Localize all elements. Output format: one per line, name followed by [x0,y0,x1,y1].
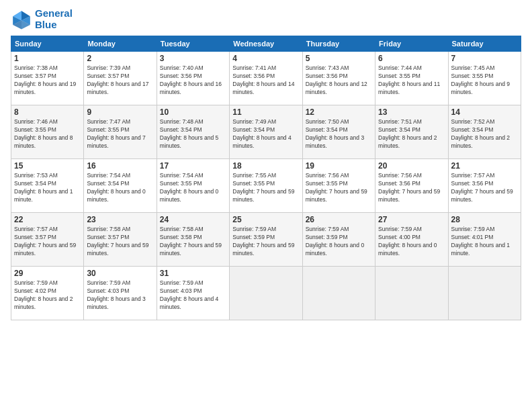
day-number: 13 [378,107,445,117]
day-number: 16 [87,161,153,171]
calendar-day-cell: 6 Sunrise: 7:44 AMSunset: 3:55 PMDayligh… [375,52,448,105]
calendar-day-cell: 29 Sunrise: 7:59 AMSunset: 4:02 PMDaylig… [11,267,84,320]
day-info: Sunrise: 7:39 AMSunset: 3:57 PMDaylight:… [87,64,153,97]
calendar-day-cell: 10 Sunrise: 7:48 AMSunset: 3:54 PMDaylig… [157,105,229,159]
day-number: 29 [14,269,81,278]
day-info: Sunrise: 7:54 AMSunset: 3:55 PMDaylight:… [160,172,226,204]
calendar-header-row: SundayMondayTuesdayWednesdayThursdayFrid… [11,36,521,52]
day-info: Sunrise: 7:59 AMSunset: 4:00 PMDaylight:… [378,226,445,258]
page-container: General Blue SundayMondayTuesdayWednesda… [0,0,532,326]
day-info: Sunrise: 7:58 AMSunset: 3:58 PMDaylight:… [160,226,226,258]
calendar-day-cell: 3 Sunrise: 7:40 AMSunset: 3:56 PMDayligh… [157,52,229,105]
day-info: Sunrise: 7:55 AMSunset: 3:55 PMDaylight:… [232,172,299,204]
day-number: 15 [14,161,81,171]
calendar-day-cell: 20 Sunrise: 7:56 AMSunset: 3:56 PMDaylig… [375,159,448,213]
calendar-day-cell: 31 Sunrise: 7:59 AMSunset: 4:03 PMDaylig… [157,267,229,320]
day-number: 7 [451,54,518,63]
day-info: Sunrise: 7:59 AMSunset: 3:59 PMDaylight:… [306,226,372,258]
weekday-header-friday: Friday [375,36,448,52]
calendar-week-row: 29 Sunrise: 7:59 AMSunset: 4:02 PMDaylig… [11,267,521,320]
weekday-header-thursday: Thursday [302,36,375,52]
calendar-day-cell: 26 Sunrise: 7:59 AMSunset: 3:59 PMDaylig… [302,213,375,267]
day-info: Sunrise: 7:40 AMSunset: 3:56 PMDaylight:… [160,64,226,97]
calendar-day-cell: 28 Sunrise: 7:59 AMSunset: 4:01 PMDaylig… [448,213,521,267]
weekday-header-wednesday: Wednesday [230,36,302,52]
day-number: 1 [14,54,81,63]
calendar-week-row: 22 Sunrise: 7:57 AMSunset: 3:57 PMDaylig… [11,213,521,267]
calendar-day-cell: 24 Sunrise: 7:58 AMSunset: 3:58 PMDaylig… [157,213,229,267]
calendar-day-cell: 11 Sunrise: 7:49 AMSunset: 3:54 PMDaylig… [230,105,302,159]
day-number: 23 [87,215,153,224]
calendar-day-cell: 18 Sunrise: 7:55 AMSunset: 3:55 PMDaylig… [230,159,302,213]
calendar-week-row: 8 Sunrise: 7:46 AMSunset: 3:55 PMDayligh… [11,105,521,159]
day-info: Sunrise: 7:48 AMSunset: 3:54 PMDaylight:… [160,118,226,150]
day-info: Sunrise: 7:49 AMSunset: 3:54 PMDaylight:… [232,118,299,150]
calendar-day-cell: 2 Sunrise: 7:39 AMSunset: 3:57 PMDayligh… [84,52,157,105]
logo-text-general: General [35,8,73,19]
day-info: Sunrise: 7:41 AMSunset: 3:56 PMDaylight:… [232,64,299,97]
day-number: 22 [14,215,81,224]
weekday-header-monday: Monday [84,36,157,52]
logo-text-blue: Blue [35,19,73,31]
day-info: Sunrise: 7:59 AMSunset: 4:02 PMDaylight:… [14,279,81,312]
calendar-day-cell: 12 Sunrise: 7:50 AMSunset: 3:54 PMDaylig… [302,105,375,159]
calendar-day-cell: 19 Sunrise: 7:56 AMSunset: 3:55 PMDaylig… [302,159,375,213]
calendar-day-cell: 9 Sunrise: 7:47 AMSunset: 3:55 PMDayligh… [84,105,157,159]
day-number: 27 [378,215,445,224]
day-number: 9 [87,107,153,117]
day-number: 10 [160,107,226,117]
day-number: 31 [160,269,226,278]
day-number: 19 [306,161,372,171]
calendar-day-cell: 25 Sunrise: 7:59 AMSunset: 3:59 PMDaylig… [230,213,302,267]
day-info: Sunrise: 7:53 AMSunset: 3:54 PMDaylight:… [14,172,81,204]
day-number: 21 [451,161,518,171]
day-info: Sunrise: 7:56 AMSunset: 3:56 PMDaylight:… [378,172,445,204]
calendar-day-cell: 14 Sunrise: 7:52 AMSunset: 3:54 PMDaylig… [448,105,521,159]
calendar-day-cell: 5 Sunrise: 7:43 AMSunset: 3:56 PMDayligh… [302,52,375,105]
day-number: 12 [306,107,372,117]
calendar-day-cell [448,267,521,320]
weekday-header-tuesday: Tuesday [157,36,229,52]
day-info: Sunrise: 7:45 AMSunset: 3:55 PMDaylight:… [451,64,518,97]
day-info: Sunrise: 7:44 AMSunset: 3:55 PMDaylight:… [378,64,445,97]
calendar-day-cell [230,267,302,320]
day-info: Sunrise: 7:57 AMSunset: 3:56 PMDaylight:… [451,172,518,204]
day-info: Sunrise: 7:51 AMSunset: 3:54 PMDaylight:… [378,118,445,150]
day-info: Sunrise: 7:57 AMSunset: 3:57 PMDaylight:… [14,226,81,258]
day-number: 24 [160,215,226,224]
calendar-day-cell: 22 Sunrise: 7:57 AMSunset: 3:57 PMDaylig… [11,213,84,267]
day-number: 5 [306,54,372,63]
calendar-day-cell: 13 Sunrise: 7:51 AMSunset: 3:54 PMDaylig… [375,105,448,159]
calendar-day-cell: 27 Sunrise: 7:59 AMSunset: 4:00 PMDaylig… [375,213,448,267]
day-number: 8 [14,107,81,117]
day-number: 25 [232,215,299,224]
day-info: Sunrise: 7:58 AMSunset: 3:57 PMDaylight:… [87,226,153,258]
day-info: Sunrise: 7:56 AMSunset: 3:55 PMDaylight:… [306,172,372,204]
calendar-day-cell [375,267,448,320]
calendar-day-cell [302,267,375,320]
calendar-day-cell: 23 Sunrise: 7:58 AMSunset: 3:57 PMDaylig… [84,213,157,267]
logo-icon [11,9,32,30]
calendar-day-cell: 8 Sunrise: 7:46 AMSunset: 3:55 PMDayligh… [11,105,84,159]
day-info: Sunrise: 7:50 AMSunset: 3:54 PMDaylight:… [306,118,372,150]
calendar-day-cell: 30 Sunrise: 7:59 AMSunset: 4:03 PMDaylig… [84,267,157,320]
day-number: 20 [378,161,445,171]
calendar-day-cell: 21 Sunrise: 7:57 AMSunset: 3:56 PMDaylig… [448,159,521,213]
calendar-table: SundayMondayTuesdayWednesdayThursdayFrid… [11,36,521,320]
day-number: 26 [306,215,372,224]
day-number: 17 [160,161,226,171]
day-number: 14 [451,107,518,117]
day-info: Sunrise: 7:43 AMSunset: 3:56 PMDaylight:… [306,64,372,97]
calendar-day-cell: 17 Sunrise: 7:54 AMSunset: 3:55 PMDaylig… [157,159,229,213]
calendar-day-cell: 1 Sunrise: 7:38 AMSunset: 3:57 PMDayligh… [11,52,84,105]
calendar-day-cell: 15 Sunrise: 7:53 AMSunset: 3:54 PMDaylig… [11,159,84,213]
day-info: Sunrise: 7:46 AMSunset: 3:55 PMDaylight:… [14,118,81,150]
calendar-week-row: 1 Sunrise: 7:38 AMSunset: 3:57 PMDayligh… [11,52,521,105]
calendar-day-cell: 4 Sunrise: 7:41 AMSunset: 3:56 PMDayligh… [230,52,302,105]
calendar-week-row: 15 Sunrise: 7:53 AMSunset: 3:54 PMDaylig… [11,159,521,213]
day-number: 18 [232,161,299,171]
day-info: Sunrise: 7:52 AMSunset: 3:54 PMDaylight:… [451,118,518,150]
day-number: 28 [451,215,518,224]
calendar-day-cell: 7 Sunrise: 7:45 AMSunset: 3:55 PMDayligh… [448,52,521,105]
day-number: 2 [87,54,153,63]
